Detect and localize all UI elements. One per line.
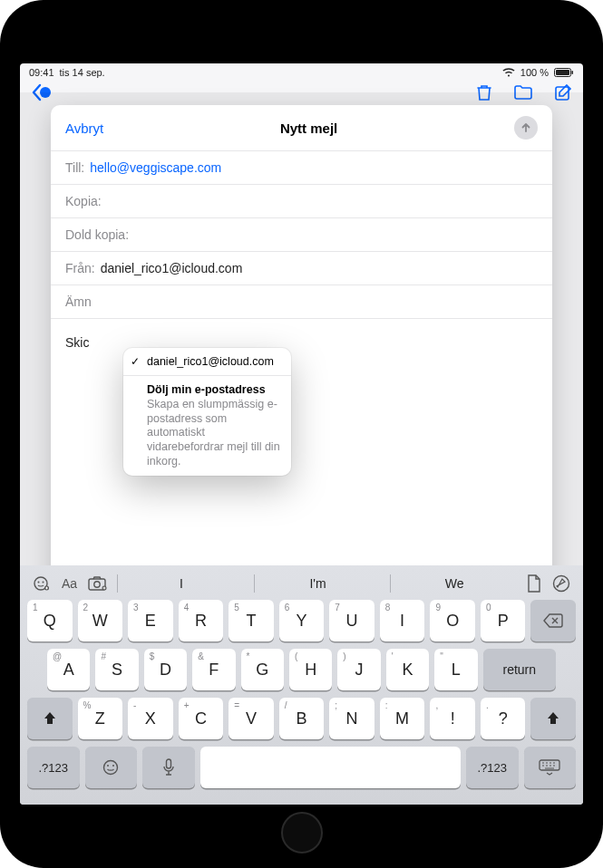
text-format-icon[interactable]: Aa — [62, 576, 77, 591]
battery-text: 100 % — [520, 67, 549, 78]
subject-field[interactable]: Ämn — [51, 285, 552, 319]
compose-title: Nytt mejl — [280, 121, 337, 136]
return-key[interactable]: return — [483, 649, 557, 690]
key-l[interactable]: "L — [434, 649, 477, 690]
key-?[interactable]: .? — [481, 698, 526, 739]
emoji-key[interactable] — [85, 747, 138, 788]
key-j[interactable]: )J — [337, 649, 380, 690]
cc-field[interactable]: Kopia: — [51, 185, 552, 218]
key-f[interactable]: &F — [192, 649, 235, 690]
key-n[interactable]: ;N — [329, 698, 374, 739]
cc-label: Kopia: — [65, 194, 102, 208]
home-button[interactable] — [281, 812, 323, 854]
dropdown-hide-my-email[interactable]: Dölj min e-postadress Skapa en slumpmäss… — [123, 376, 291, 476]
keyboard-row-2: @A#S$D&F*G(H)J'K"Lreturn — [27, 649, 576, 690]
wifi-icon — [502, 68, 515, 77]
key-e[interactable]: 3E — [128, 600, 173, 641]
key-t[interactable]: 5T — [229, 600, 274, 641]
svg-point-7 — [43, 582, 44, 583]
hide-email-desc: Skapa en slumpmässig e-postadress som au… — [147, 398, 280, 468]
from-label: Från: — [65, 261, 95, 275]
markup-icon[interactable] — [552, 574, 570, 593]
keyboard: Aa I I'm We 1Q2W3E4R5T6Y7U8I9O — [20, 565, 583, 805]
status-bar: 09:41 tis 14 sep. 100 % — [20, 63, 583, 82]
svg-point-10 — [94, 582, 100, 587]
from-dropdown: daniel_rico1@icloud.com Dölj min e-posta… — [123, 348, 291, 476]
keyboard-row-3: %Z-X+C=V/B;N:M,!.? — [27, 698, 576, 739]
keyboard-row-4: .?123 .?123 — [27, 747, 576, 788]
camera-icon[interactable] — [88, 575, 108, 592]
shift-key-right[interactable] — [530, 698, 576, 739]
svg-point-6 — [38, 582, 40, 583]
key-p[interactable]: 0P — [481, 600, 526, 641]
key-d[interactable]: $D — [144, 649, 187, 690]
svg-point-13 — [104, 761, 118, 775]
key-r[interactable]: 4R — [179, 600, 224, 641]
suggestion-3[interactable]: We — [390, 574, 518, 593]
key-m[interactable]: :M — [380, 698, 425, 739]
key-b[interactable]: /B — [279, 698, 325, 739]
body-preview: Skic — [65, 335, 89, 350]
suggestion-1[interactable]: I — [117, 574, 245, 593]
cancel-button[interactable]: Avbryt — [65, 121, 103, 136]
ipad-frame: 09:41 tis 14 sep. 100 % — [0, 0, 603, 868]
svg-rect-1 — [556, 70, 569, 75]
key-s[interactable]: #S — [95, 649, 138, 690]
hide-email-title: Dölj min e-postadress — [147, 383, 280, 396]
svg-point-14 — [107, 765, 109, 767]
key-q[interactable]: 1Q — [27, 600, 73, 641]
svg-rect-2 — [572, 71, 574, 74]
send-button[interactable] — [514, 116, 538, 140]
dismiss-keyboard-key[interactable] — [524, 747, 577, 788]
dropdown-selected-label: daniel_rico1@icloud.com — [147, 355, 274, 368]
shift-key-left[interactable] — [27, 698, 73, 739]
numbers-key-left[interactable]: .?123 — [27, 747, 80, 788]
to-value: hello@veggiscape.com — [90, 160, 221, 175]
from-value: daniel_rico1@icloud.com — [101, 261, 243, 275]
numbers-key-right[interactable]: .?123 — [466, 747, 519, 788]
key-y[interactable]: 6Y — [279, 600, 325, 641]
screen: 09:41 tis 14 sep. 100 % — [20, 63, 583, 805]
subject-label: Ämn — [65, 294, 92, 309]
status-date: tis 14 sep. — [60, 67, 105, 78]
memoji-sticker-icon[interactable] — [33, 575, 51, 592]
key-z[interactable]: %Z — [78, 698, 123, 739]
key-h[interactable]: (H — [289, 649, 332, 690]
to-field[interactable]: Till: hello@veggiscape.com — [51, 151, 552, 185]
scan-document-icon[interactable] — [527, 574, 541, 593]
from-field[interactable]: Från: daniel_rico1@icloud.com — [51, 252, 552, 285]
key-i[interactable]: 8I — [380, 600, 425, 641]
dropdown-selected-address[interactable]: daniel_rico1@icloud.com — [123, 348, 291, 375]
to-label: Till: — [65, 160, 84, 175]
space-key[interactable] — [200, 747, 462, 788]
backspace-key[interactable] — [530, 600, 576, 641]
suggestion-2[interactable]: I'm — [254, 574, 382, 593]
key-u[interactable]: 7U — [329, 600, 374, 641]
key-w[interactable]: 2W — [78, 600, 123, 641]
key-v[interactable]: =V — [229, 698, 274, 739]
bcc-field[interactable]: Dold kopia: — [51, 218, 552, 252]
key-o[interactable]: 9O — [430, 600, 475, 641]
status-time: 09:41 — [29, 67, 54, 78]
key-c[interactable]: +C — [179, 698, 224, 739]
key-g[interactable]: *G — [241, 649, 284, 690]
key-![interactable]: ,! — [430, 698, 475, 739]
key-a[interactable]: @A — [47, 649, 90, 690]
dictation-key[interactable] — [142, 747, 195, 788]
svg-rect-16 — [166, 759, 170, 768]
key-x[interactable]: -X — [128, 698, 173, 739]
svg-point-15 — [112, 765, 114, 767]
bcc-label: Dold kopia: — [65, 227, 129, 242]
battery-icon — [554, 68, 574, 77]
key-k[interactable]: 'K — [386, 649, 429, 690]
keyboard-row-1: 1Q2W3E4R5T6Y7U8I9O0P — [27, 600, 576, 641]
